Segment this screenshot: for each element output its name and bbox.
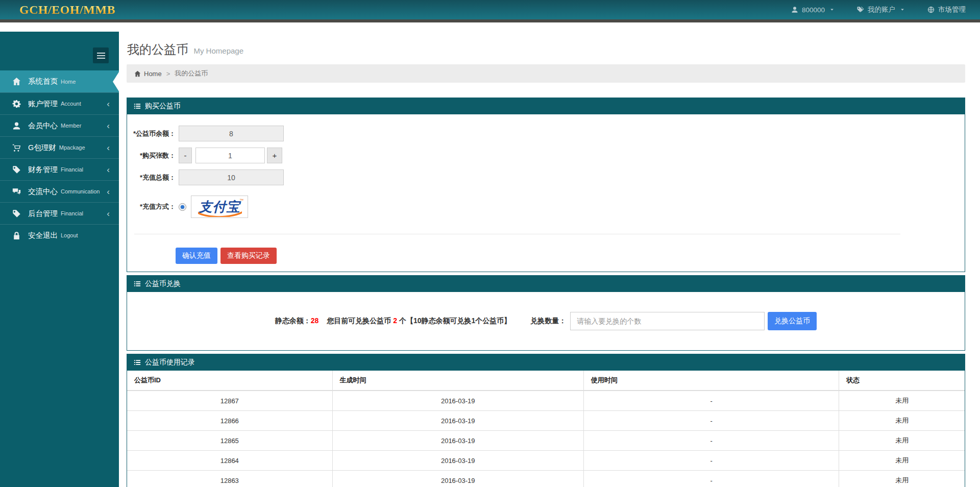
market-menu[interactable]: 市场管理	[927, 5, 966, 14]
confirm-recharge-button[interactable]: 确认充值	[176, 248, 217, 264]
navbar-menu: 800000 我的账户 市场管理	[791, 5, 966, 14]
column-header-status: 状态	[839, 371, 965, 391]
alipay-radio[interactable]	[179, 203, 186, 211]
records-panel-title: 公益币使用记录	[145, 358, 195, 367]
quantity-plus-button[interactable]: +	[267, 148, 282, 163]
page-title: 我的公益币	[127, 42, 188, 56]
sidebar-item-label-zh: 会员中心	[28, 121, 58, 131]
sidebar-item-financial[interactable]: 财务管理 Financial ‹	[0, 158, 119, 180]
total-label: *充值总额：	[127, 173, 176, 182]
user-icon	[791, 6, 798, 13]
buy-panel-title: 购买公益币	[145, 102, 181, 111]
sidebar: 系统首页 Home 账户管理 Account ‹ 会员中心 Member ‹ G…	[0, 32, 119, 487]
form-divider	[134, 234, 900, 234]
my-account-label: 我的账户	[868, 5, 895, 14]
tags-icon	[12, 165, 21, 174]
breadcrumb-current: 我的公益币	[175, 69, 208, 78]
records-table: 公益币ID 生成时间 使用时间 状态 12867 2016-03-19 - 未用…	[127, 371, 965, 487]
balance-label: *公益币余额：	[127, 129, 176, 138]
column-header-created: 生成时间	[332, 371, 583, 391]
cell-status: 未用	[839, 391, 965, 411]
balance-row: *公益币余额：	[127, 126, 965, 141]
cell-status: 未用	[839, 471, 965, 487]
sidebar-item-backstage[interactable]: 后台管理 Financial ‹	[0, 202, 119, 224]
sidebar-item-label-zh: 后台管理	[28, 209, 58, 218]
quantity-field[interactable]	[195, 148, 265, 163]
breadcrumb-home[interactable]: Home	[144, 70, 162, 78]
cell-created: 2016-03-19	[332, 391, 583, 411]
cell-used: -	[583, 391, 839, 411]
user-id-menu[interactable]: 800000	[791, 6, 835, 14]
breadcrumb: Home > 我的公益币	[127, 64, 965, 83]
chevron-down-icon	[900, 7, 905, 12]
table-row: 12866 2016-03-19 - 未用	[127, 411, 965, 431]
sidebar-item-communication[interactable]: 交流中心 Communication ‹	[0, 180, 119, 202]
chevron-down-icon	[829, 7, 835, 12]
static-balance-value: 28	[311, 316, 319, 325]
sidebar-item-member[interactable]: 会员中心 Member ‹	[0, 114, 119, 136]
buy-panel: 购买公益币 *公益币余额： *购买张数： - + *充值总额：	[127, 98, 965, 272]
exchange-panel-header: 公益币兑换	[127, 276, 965, 292]
cell-used: -	[583, 451, 839, 471]
view-purchase-records-button[interactable]: 查看购买记录	[220, 248, 277, 264]
quantity-row: *购买张数： - +	[127, 148, 965, 163]
sidebar-item-label-zh: 交流中心	[28, 187, 58, 197]
table-row: 12863 2016-03-19 - 未用	[127, 471, 965, 487]
chevron-left-icon: ‹	[107, 209, 110, 218]
tags-icon	[857, 6, 864, 13]
cell-id: 12866	[127, 411, 332, 431]
sidebar-toggle-button[interactable]	[93, 47, 109, 63]
cell-status: 未用	[839, 431, 965, 451]
sidebar-menu: 系统首页 Home 账户管理 Account ‹ 会员中心 Member ‹ G…	[0, 70, 119, 246]
column-header-id: 公益币ID	[127, 371, 332, 391]
cell-created: 2016-03-19	[332, 471, 583, 487]
quantity-label: *购买张数：	[127, 151, 176, 160]
chevron-left-icon: ‹	[107, 100, 110, 108]
chevron-left-icon: ‹	[107, 121, 110, 130]
cell-id: 12863	[127, 471, 332, 487]
exchange-button[interactable]: 兑换公益币	[768, 312, 817, 330]
cell-status: 未用	[839, 451, 965, 471]
records-panel: 公益币使用记录 公益币ID 生成时间 使用时间 状态 12867 2016-03…	[127, 354, 965, 487]
chevron-left-icon: ‹	[107, 165, 110, 174]
cell-id: 12865	[127, 431, 332, 451]
chevron-left-icon: ‹	[107, 143, 110, 152]
list-icon	[134, 359, 141, 366]
sidebar-item-label-en: Financial	[61, 210, 83, 216]
app-logo: GCH/EOH/MMB	[19, 3, 115, 17]
sidebar-item-logout[interactable]: 安全退出 Logout	[0, 224, 119, 246]
sidebar-item-label-en: Logout	[61, 232, 78, 238]
alipay-logo[interactable]: 支付宝 ™	[191, 196, 248, 218]
tags-icon	[12, 209, 21, 218]
exchange-hint-rest: 个【10静态余额可兑换1个公益币】	[399, 316, 511, 325]
lock-icon	[12, 231, 21, 240]
sidebar-item-label-en: Financial	[61, 166, 83, 173]
sidebar-item-label-zh: 账户管理	[28, 99, 58, 109]
exchange-panel: 公益币兑换 静态余额：28您目前可兑换公益币 2 个【10静态余额可兑换1个公益…	[127, 275, 965, 351]
sidebar-item-account[interactable]: 账户管理 Account ‹	[0, 92, 119, 114]
cell-used: -	[583, 431, 839, 451]
breadcrumb-separator: >	[166, 70, 170, 78]
sidebar-item-label-en: Home	[61, 79, 76, 85]
user-id-label: 800000	[802, 6, 825, 14]
top-navbar: GCH/EOH/MMB 800000 我的账户 市场管理	[0, 0, 980, 19]
my-account-menu[interactable]: 我的账户	[857, 5, 905, 14]
cell-used: -	[583, 411, 839, 431]
page-header: 我的公益币 My Homepage	[127, 32, 965, 64]
records-panel-header: 公益币使用记录	[127, 354, 965, 371]
total-row: *充值总额：	[127, 169, 965, 185]
total-field	[179, 169, 284, 185]
list-icon	[134, 280, 141, 287]
exchangeable-count: 2	[393, 316, 397, 325]
exchange-quantity-input[interactable]	[570, 312, 765, 330]
cell-created: 2016-03-19	[332, 451, 583, 471]
alipay-swoosh	[197, 211, 243, 217]
sidebar-item-home[interactable]: 系统首页 Home	[0, 70, 119, 92]
cell-used: -	[583, 471, 839, 487]
sidebar-item-label-zh: 财务管理	[28, 165, 58, 175]
market-label: 市场管理	[938, 5, 966, 14]
quantity-minus-button[interactable]: -	[179, 148, 192, 163]
exchange-quantity-label: 兑换数量：	[530, 316, 566, 326]
exchange-hint-text: 您目前可兑换公益币	[327, 316, 391, 325]
sidebar-item-mpackage[interactable]: G包理财 Mpackage ‹	[0, 136, 119, 158]
